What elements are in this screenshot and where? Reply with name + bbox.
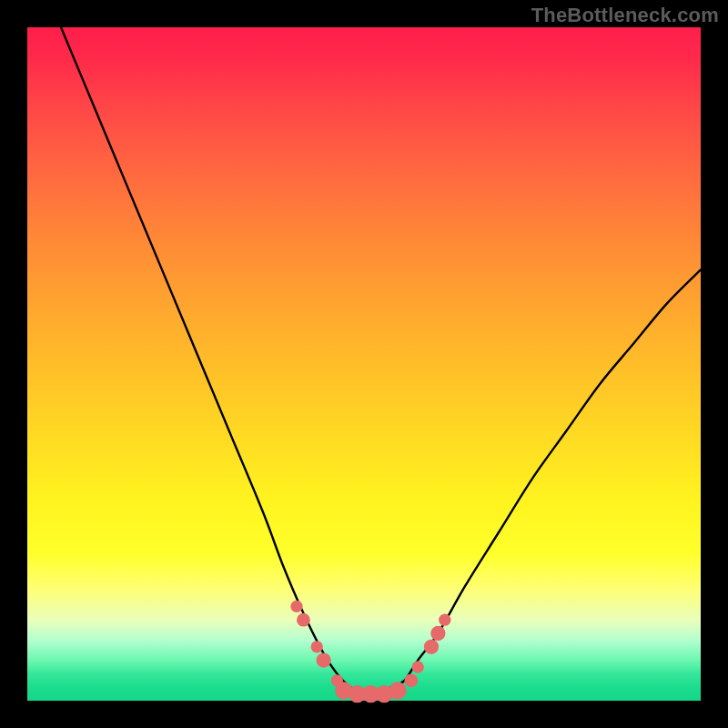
curve-marker <box>412 661 424 672</box>
chart-frame: TheBottleneck.com <box>0 0 728 728</box>
curve-marker <box>290 601 302 612</box>
curve-marker <box>430 626 445 641</box>
curve-marker <box>389 682 406 699</box>
curve-marker <box>311 641 323 652</box>
curve-marker <box>297 613 310 627</box>
curve-marker <box>439 614 450 626</box>
curve-marker <box>424 640 439 654</box>
curve-marker <box>404 673 418 687</box>
marker-layer <box>290 601 450 703</box>
bottleneck-curve <box>61 27 701 695</box>
curve-marker <box>316 652 330 667</box>
watermark-text: TheBottleneck.com <box>531 4 719 27</box>
plot-area <box>27 27 701 701</box>
chart-svg <box>27 27 701 701</box>
